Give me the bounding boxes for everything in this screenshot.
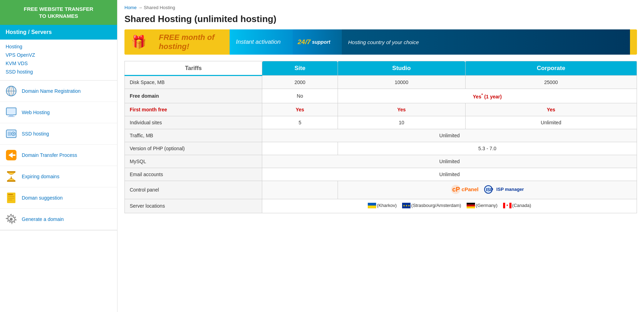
screen-icon [5,106,18,119]
table-row-traffic: Traffic, MB Unlimited [125,129,637,142]
sidebar-item-domain-suggestion[interactable]: Doman suggestion [0,187,117,209]
cell-server-locations: (Kharkov) ★★★ (Strasbourg/Amsterdam) [262,199,637,213]
cell-free-domain-site: No [262,89,338,103]
label-php: Version of PHP (optional) [125,142,262,155]
table-row-server-locations: Server locations (Kharkov) ★★★ [125,199,637,213]
sidebar-item-expiring-domains[interactable]: Expiring domains [0,166,117,187]
cell-cp-span: cP cPanel ISP ISP manager [338,181,637,199]
svg-rect-22 [8,196,14,197]
cell-sites-site: 5 [262,116,338,129]
flag-eu: ★★★ [402,203,411,208]
banner-support-247: 24/7 [298,38,311,46]
isp-manager-logo: ISP ISP manager [484,185,524,194]
cell-first-month-studio: Yes [338,103,465,116]
gear-icon [5,213,18,226]
location-canada: (Canada) [503,203,531,208]
svg-point-19 [11,178,12,179]
svg-text:ISP: ISP [486,187,493,192]
cell-free-domain-span: Yes* (1 year) [338,89,637,103]
svg-point-25 [10,218,13,221]
svg-rect-36 [467,204,475,206]
sidebar-label-expiring-domains: Expiring domains [22,174,59,179]
book-icon [5,192,18,204]
col-header-tariffs: Tariffs [125,61,262,76]
sidebar-item-domain-transfer[interactable]: Domain Transfer Process [0,145,117,166]
page-title: Shared Hosting (unlimited hosting) [124,14,637,25]
sidebar-label-generate-domain: Generate a domain [22,216,64,222]
sidebar-nav-kvm[interactable]: KVM VDS [6,59,111,68]
cell-disk-studio: 10000 [338,76,465,89]
breadcrumb: Home → Shared Hosting [124,5,637,10]
svg-rect-9 [8,116,15,117]
cell-traffic-span: Unlimited [262,129,637,142]
banner-gold-end [630,29,637,55]
table-row-control-panel: Control panel cP cPanel ISP [125,181,637,199]
sidebar-label-domain-registration: Domain Name Registration [22,88,81,94]
cell-first-month-corporate: Yes [465,103,637,116]
location-kharkov: (Kharkov) [368,203,396,208]
promo-banner: 🎁 FREE month of hosting! Instant activat… [124,29,637,55]
sidebar-item-domain-registration[interactable]: Domain Name Registration [0,81,117,102]
hosting-nav: Hosting VPS OpenVZ KVM VDS SSD hosting [0,40,117,81]
breadcrumb-home[interactable]: Home [124,5,137,10]
table-row-individual-sites: Individual sites 5 10 Unlimited [125,116,637,129]
sidebar-item-web-hosting[interactable]: Web Hosting [0,102,117,123]
cell-sites-studio: 10 [338,116,465,129]
cell-php-site [262,142,338,155]
cell-disk-corporate: 25000 [465,76,637,89]
svg-rect-17 [7,180,15,182]
ssd-icon [5,127,18,140]
cell-sites-corporate: Unlimited [465,116,637,129]
cell-php-span: 5.3 - 7.0 [338,142,637,155]
cell-mysql-span: Unlimited [262,155,637,168]
svg-rect-8 [9,115,13,116]
banner-support-text: support [312,39,330,45]
location-strasbourg: ★★★ (Strasbourg/Amsterdam) [402,203,461,208]
flag-germany [467,203,475,208]
transfer-icon [5,149,18,161]
svg-rect-21 [8,194,13,195]
breadcrumb-current: Shared Hosting [144,5,175,10]
sidebar-item-generate-domain[interactable]: Generate a domain [0,209,117,230]
sidebar-label-domain-transfer: Domain Transfer Process [22,152,77,158]
svg-rect-35 [467,203,475,204]
sidebar: FREE WEBSITE TRANSFERTO UKRNAMES Hosting… [0,0,117,312]
breadcrumb-separator: → [138,5,144,10]
label-first-month: First month free [125,103,262,116]
table-row-disk-space: Disk Space, MB 2000 10000 25000 [125,76,637,89]
banner-support: 24/7 support [293,29,342,55]
free-transfer-button[interactable]: FREE WEBSITE TRANSFERTO UKRNAMES [0,0,117,25]
sidebar-label-ssd-hosting: SSD hosting [22,131,49,137]
col-header-studio: Studio [338,61,465,76]
svg-rect-37 [467,206,475,208]
main-content: Home → Shared Hosting Shared Hosting (un… [117,0,644,312]
cpanel-logo: cP cPanel [451,185,479,194]
pricing-table: Tariffs Site Studio Corporate Disk Space… [124,61,637,213]
flag-ukraine [368,203,376,208]
label-server-locations: Server locations [125,199,262,213]
svg-rect-24 [8,200,12,200]
sidebar-label-web-hosting: Web Hosting [22,110,50,115]
svg-rect-40 [509,203,511,208]
banner-instant-activation: Instant activation [230,29,293,55]
svg-text:★★★: ★★★ [403,204,410,207]
svg-rect-7 [6,108,16,115]
svg-text:cP: cP [452,186,460,193]
sidebar-nav-ssd[interactable]: SSD hosting [6,68,111,76]
label-free-domain: Free domain [125,89,262,103]
gift-icon: 🎁 [124,29,152,55]
svg-rect-30 [368,203,376,206]
svg-rect-31 [368,206,376,208]
svg-rect-16 [7,171,15,173]
globe-icon [5,85,18,97]
table-row-free-domain: Free domain No Yes* (1 year) [125,89,637,103]
banner-country: Hosting country of your choice [342,29,630,55]
table-row-php: Version of PHP (optional) 5.3 - 7.0 [125,142,637,155]
cell-email-span: Unlimited [262,168,637,181]
sidebar-item-ssd-hosting[interactable]: SSD hosting [0,123,117,145]
sidebar-nav-hosting[interactable]: Hosting [6,42,111,51]
cell-disk-site: 2000 [262,76,338,89]
banner-free-month: FREE month of hosting! [152,29,230,55]
sidebar-nav-vps[interactable]: VPS OpenVZ [6,51,111,59]
label-individual-sites: Individual sites [125,116,262,129]
